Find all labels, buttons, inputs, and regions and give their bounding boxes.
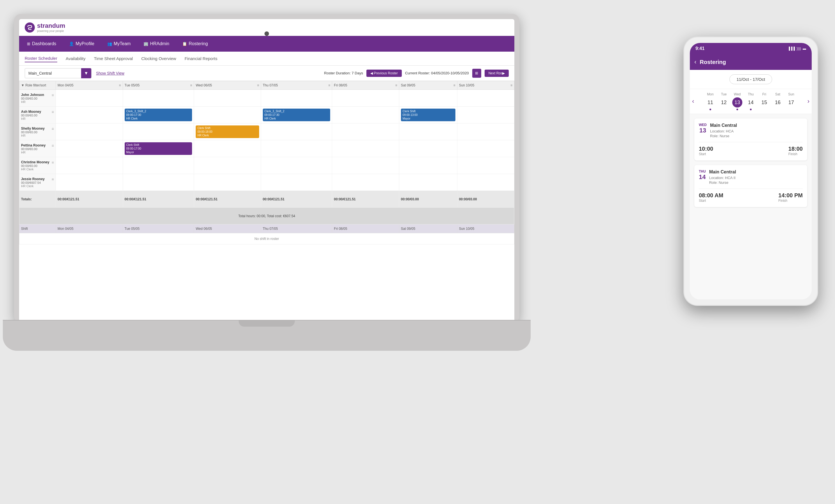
shift-card[interactable]: WED 13 Main Central Location: HCA Role: … <box>694 119 807 161</box>
week-label[interactable]: 11/Oct - 17/Oct <box>729 75 772 84</box>
phone-back-button[interactable]: ‹ <box>694 58 696 66</box>
dropdown-arrow-icon[interactable]: ▼ <box>81 68 91 78</box>
shift-cell[interactable] <box>457 157 514 174</box>
next-roster-button[interactable]: Next Ros▶ <box>485 69 509 77</box>
shift-cell[interactable]: Clerk Shift 09:00-17:00 Mayor <box>123 140 194 157</box>
nav-item-dashboards[interactable]: ⊞ Dashboards <box>25 40 58 47</box>
shift-cell[interactable] <box>457 140 514 157</box>
emp-menu-icon[interactable]: ≡ <box>52 160 54 165</box>
shift-block[interactable]: Clerk Shift 09:00-13:00 Mayor <box>401 109 455 121</box>
shift-cell[interactable] <box>56 140 123 157</box>
shift-cell[interactable] <box>399 90 457 107</box>
day-column[interactable]: Tue12 <box>718 92 730 107</box>
shift-cell[interactable] <box>457 107 514 124</box>
emp-menu-icon[interactable]: ≡ <box>52 177 54 182</box>
subnav-timesheet-approval[interactable]: Time Sheet Approval <box>94 55 133 62</box>
col-fri-menu[interactable]: ≡ <box>395 83 397 87</box>
col-thu-menu[interactable]: ≡ <box>328 83 330 87</box>
subnav-financial-reports[interactable]: Financial Reports <box>184 55 217 62</box>
day-column[interactable]: Fri15 <box>758 92 770 107</box>
subnav-clocking-overview[interactable]: Clocking Overview <box>141 55 176 62</box>
subnav-availability[interactable]: Availability <box>66 55 86 62</box>
shift-cell[interactable] <box>399 174 457 191</box>
emp-menu-icon[interactable]: ≡ <box>52 93 54 97</box>
shift-cell[interactable] <box>194 140 261 157</box>
shift-cell[interactable] <box>123 174 194 191</box>
shift-cell[interactable] <box>194 174 261 191</box>
day-number[interactable]: 15 <box>759 97 769 107</box>
days-prev-arrow[interactable]: ‹ <box>692 98 694 105</box>
day-column[interactable]: Sun17 <box>785 92 797 107</box>
prev-roster-button[interactable]: ◀ Previous Roster <box>366 69 402 77</box>
shift-cell[interactable] <box>261 124 332 140</box>
day-number[interactable]: 17 <box>786 97 796 107</box>
shift-cell[interactable] <box>457 90 514 107</box>
shift-cell[interactable] <box>56 90 123 107</box>
shift-cell[interactable] <box>261 140 332 157</box>
shift-cell[interactable] <box>123 90 194 107</box>
shift-block[interactable]: Clerk_3_Shift_2 09:00-17:30 HR Clerk <box>263 109 330 121</box>
show-shift-view-link[interactable]: Show Shift View <box>96 71 124 76</box>
shift-col-header: Fri 08/05 <box>332 225 399 233</box>
shift-cell[interactable] <box>56 157 123 174</box>
day-number[interactable]: 13 <box>732 97 742 107</box>
col-sat-menu[interactable]: ≡ <box>453 83 455 87</box>
day-column[interactable]: Sat16 <box>772 92 784 107</box>
shift-block[interactable]: Clerk Shift 09:00-18:00 HR Clerk <box>196 125 259 138</box>
shift-cell[interactable] <box>399 124 457 140</box>
nav-item-myteam[interactable]: 👥 MyTeam <box>105 40 133 47</box>
shift-cell[interactable] <box>56 124 123 140</box>
day-number[interactable]: 14 <box>746 97 756 107</box>
emp-menu-icon[interactable]: ≡ <box>52 110 54 114</box>
col-mon-menu[interactable]: ≡ <box>119 83 121 87</box>
shift-cell[interactable]: Clerk_3_Shift_2 09:00-17:30 HR Clerk <box>261 107 332 124</box>
shift-cell[interactable] <box>332 174 399 191</box>
day-number[interactable]: 16 <box>773 97 783 107</box>
shift-cell[interactable] <box>399 140 457 157</box>
day-number[interactable]: 11 <box>705 97 715 107</box>
nav-item-myprofile[interactable]: 👤 MyProfile <box>67 40 97 47</box>
shift-cell[interactable] <box>457 174 514 191</box>
shift-cell[interactable] <box>261 157 332 174</box>
days-next-arrow[interactable]: › <box>808 98 810 105</box>
shift-cell[interactable] <box>123 157 194 174</box>
shift-cell[interactable] <box>261 90 332 107</box>
grid-view-button[interactable]: ⊞ <box>472 69 481 78</box>
shift-cell[interactable] <box>332 107 399 124</box>
shift-cell[interactable] <box>261 174 332 191</box>
shift-cell[interactable] <box>332 140 399 157</box>
shift-card[interactable]: THU 14 Main Central Location: HCA II Rol… <box>694 165 807 207</box>
shift-cell[interactable]: Clerk Shift 09:00-18:00 HR Clerk <box>194 124 261 140</box>
shift-cell[interactable] <box>332 124 399 140</box>
shift-cell[interactable] <box>194 107 261 124</box>
emp-menu-icon[interactable]: ≡ <box>52 143 54 148</box>
shift-start-block: 10:00 Start <box>699 146 713 156</box>
shift-cell[interactable] <box>457 124 514 140</box>
shift-cell[interactable] <box>194 157 261 174</box>
shift-cell[interactable] <box>399 157 457 174</box>
nav-item-rostering[interactable]: 📋 Rostering <box>180 40 210 47</box>
subnav-roster-scheduler[interactable]: Roster Scheduler <box>25 55 57 62</box>
day-column[interactable]: Mon11 <box>704 92 716 110</box>
nav-item-hradmin[interactable]: 🏢 HRAdmin <box>141 40 171 47</box>
col-sun-menu[interactable]: ≡ <box>510 83 512 87</box>
day-column[interactable]: Wed13 <box>731 92 744 110</box>
shift-start-block: 08:00 AM Start <box>699 192 723 203</box>
shift-block[interactable]: Clerk Shift 09:00-17:00 Mayor <box>125 142 192 155</box>
shift-block[interactable]: Clerk_3_Shift_2 09:00-17:30 HR Clerk <box>125 109 192 121</box>
shift-cell[interactable] <box>56 107 123 124</box>
day-column[interactable]: Thu14 <box>745 92 757 110</box>
day-number[interactable]: 12 <box>719 97 729 107</box>
role-filter-header[interactable]: ▼ Role filter/sort <box>19 81 56 90</box>
shift-cell[interactable] <box>332 90 399 107</box>
shift-cell[interactable] <box>56 174 123 191</box>
shift-cell[interactable]: Clerk Shift 09:00-13:00 Mayor <box>399 107 457 124</box>
shift-cell[interactable] <box>123 124 194 140</box>
emp-menu-icon[interactable]: ≡ <box>52 127 54 131</box>
col-tue-menu[interactable]: ≡ <box>190 83 192 87</box>
shift-cell[interactable]: Clerk_3_Shift_2 09:00-17:30 HR Clerk <box>123 107 194 124</box>
shift-cell[interactable] <box>194 90 261 107</box>
location-dropdown[interactable]: Main_Central ▼ <box>25 68 91 78</box>
col-wed-menu[interactable]: ≡ <box>257 83 259 87</box>
shift-cell[interactable] <box>332 157 399 174</box>
